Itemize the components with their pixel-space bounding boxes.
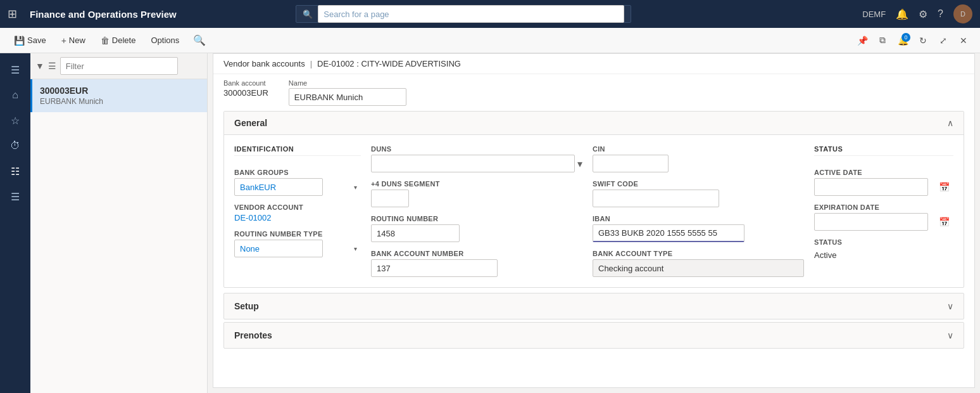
setup-chevron-icon: ∨ xyxy=(947,301,953,311)
general-section: General ∧ IDENTIFICATION Bank groups xyxy=(223,111,964,288)
routing-type-label: Routing number type xyxy=(234,230,361,238)
save-icon: 💾 xyxy=(14,35,25,46)
setup-section[interactable]: Setup ∨ xyxy=(223,293,964,319)
avatar[interactable]: D xyxy=(953,4,972,23)
bank-groups-dropdown[interactable]: BankEUR ▾ xyxy=(234,178,361,196)
routing-type-dropdown[interactable]: None ABA SWIFT ▾ xyxy=(234,240,361,257)
toolbar: 💾 Save + New 🗑 Delete Options 🔍 📌 ⧉ 🔔 0 … xyxy=(0,28,980,53)
global-search[interactable]: 🔍 xyxy=(296,5,631,23)
list-item-id: 300003EUR xyxy=(40,86,199,96)
sidebar-list-icon[interactable]: ☰ xyxy=(4,185,27,208)
close-button[interactable]: ✕ xyxy=(955,32,972,49)
list-item-name: EURBANK Munich xyxy=(40,97,199,106)
status-title: STATUS xyxy=(814,145,953,156)
sidebar-modules-icon[interactable]: ☷ xyxy=(4,160,27,183)
active-date-input[interactable] xyxy=(814,178,928,196)
bank-account-value: 300003EUR xyxy=(223,88,268,98)
routing-type-arrow-icon: ▾ xyxy=(354,245,357,252)
bank-account-type-value: Checking account xyxy=(593,259,804,277)
active-date-field: Active date 📅 xyxy=(814,169,953,196)
bank-groups-arrow-icon: ▾ xyxy=(354,184,357,191)
status-label: Status xyxy=(814,238,953,246)
routing-number-input[interactable] xyxy=(371,224,460,242)
duns-col: DUNS ▾ +4 DUNS segment xyxy=(371,145,582,277)
iban-field: IBAN xyxy=(593,215,804,242)
general-section-header[interactable]: General ∧ xyxy=(224,112,964,135)
bank-account-number-input[interactable] xyxy=(371,259,498,277)
identification-col: IDENTIFICATION Bank groups BankEUR ▾ xyxy=(234,145,361,257)
toolbar-search-icon[interactable]: 🔍 xyxy=(193,34,206,46)
bank-groups-select[interactable]: BankEUR xyxy=(234,178,323,196)
active-date-calendar-icon[interactable]: 📅 xyxy=(939,182,950,192)
form-area: Vendor bank accounts | DE-01002 : CITY-W… xyxy=(213,53,975,388)
sidebar-recent-icon[interactable]: ⏱ xyxy=(4,134,27,157)
plus4-field: +4 DUNS segment xyxy=(371,180,582,207)
name-input[interactable] xyxy=(289,88,406,106)
name-field: Name xyxy=(289,79,406,106)
bank-account-number-label: Bank account number xyxy=(371,250,582,257)
swift-input[interactable] xyxy=(593,190,719,207)
breadcrumb-parent: Vendor bank accounts xyxy=(223,59,305,68)
duns-row: ▾ xyxy=(371,155,582,172)
sidebar-star-icon[interactable]: ☆ xyxy=(4,109,27,132)
duns-dropdown-icon[interactable]: ▾ xyxy=(577,158,582,170)
delete-button[interactable]: 🗑 Delete xyxy=(94,33,142,48)
list-sort-icon[interactable]: ☰ xyxy=(48,61,56,71)
refresh-button[interactable]: ↻ xyxy=(914,32,932,49)
form-header: Vendor bank accounts | DE-01002 : CITY-W… xyxy=(213,54,974,74)
user-label: DEMF xyxy=(862,10,886,19)
search-input[interactable] xyxy=(318,5,624,23)
notification-icon[interactable]: 🔔 xyxy=(896,8,908,20)
plus4-input[interactable] xyxy=(371,190,409,207)
restore-button[interactable]: ⤢ xyxy=(934,32,952,49)
prenotes-section[interactable]: Prenotes ∨ xyxy=(223,322,964,349)
filter-icon[interactable]: ▼ xyxy=(35,61,44,71)
setup-section-title: Setup xyxy=(234,301,259,311)
general-section-title: General xyxy=(234,118,267,128)
duns-input[interactable] xyxy=(371,155,575,172)
notification-btn[interactable]: 🔔 0 xyxy=(894,32,912,49)
bank-groups-field: Bank groups BankEUR ▾ xyxy=(234,169,361,196)
routing-type-select[interactable]: None ABA SWIFT xyxy=(234,240,323,257)
new-icon: + xyxy=(61,35,66,46)
expand-button[interactable]: ⧉ xyxy=(874,32,891,49)
bank-account-type-label: Bank account type xyxy=(593,250,804,257)
expiration-date-label: Expiration date xyxy=(814,203,953,211)
options-button[interactable]: Options xyxy=(144,33,185,48)
content-area: Vendor bank accounts | DE-01002 : CITY-W… xyxy=(208,53,980,393)
new-button[interactable]: + New xyxy=(55,33,92,48)
routing-number-field: Routing number xyxy=(371,215,582,242)
cin-input[interactable] xyxy=(593,155,669,172)
vendor-account-link[interactable]: DE-01002 xyxy=(234,213,361,222)
prenotes-section-title: Prenotes xyxy=(234,330,272,340)
expiration-date-input[interactable] xyxy=(814,213,928,231)
active-date-label: Active date xyxy=(814,169,953,176)
routing-type-field: Routing number type None ABA SWIFT ▾ xyxy=(234,230,361,257)
pin-button[interactable]: 📌 xyxy=(853,32,871,49)
general-section-content: IDENTIFICATION Bank groups BankEUR ▾ xyxy=(224,135,964,287)
swift-field: SWIFT code xyxy=(593,180,804,207)
breadcrumb-separator: | xyxy=(310,59,312,68)
identification-grid: IDENTIFICATION Bank groups BankEUR ▾ xyxy=(234,145,953,277)
top-nav: ⊞ Finance and Operations Preview 🔍 DEMF … xyxy=(0,0,980,28)
swift-label: SWIFT code xyxy=(593,180,804,188)
form-fields-header: Bank account 300003EUR Name xyxy=(213,74,974,106)
duns-label: DUNS xyxy=(371,145,582,153)
filter-input[interactable] xyxy=(60,57,178,75)
routing-number-label: Routing number xyxy=(371,215,582,222)
delete-icon: 🗑 xyxy=(101,35,110,46)
main-layout: ☰ ⌂ ☆ ⏱ ☷ ☰ ▼ ☰ 🔍 300003EUR EURBANK Muni… xyxy=(0,53,980,393)
bank-account-type-field: Bank account type Checking account xyxy=(593,250,804,277)
save-button[interactable]: 💾 Save xyxy=(8,33,53,48)
help-icon[interactable]: ? xyxy=(938,8,943,20)
sidebar-home-icon[interactable]: ⌂ xyxy=(4,84,27,106)
list-item[interactable]: 300003EUR EURBANK Munich xyxy=(30,79,207,112)
iban-input[interactable] xyxy=(593,224,744,242)
sidebar-menu-icon[interactable]: ☰ xyxy=(4,58,27,81)
prenotes-chevron-icon: ∨ xyxy=(947,330,953,340)
cin-col: CIN SWIFT code IBAN xyxy=(593,145,804,277)
grid-icon[interactable]: ⊞ xyxy=(8,7,17,21)
settings-icon[interactable]: ⚙ xyxy=(919,8,927,20)
app-title: Finance and Operations Preview xyxy=(30,9,177,20)
expiration-date-calendar-icon[interactable]: 📅 xyxy=(939,217,950,227)
